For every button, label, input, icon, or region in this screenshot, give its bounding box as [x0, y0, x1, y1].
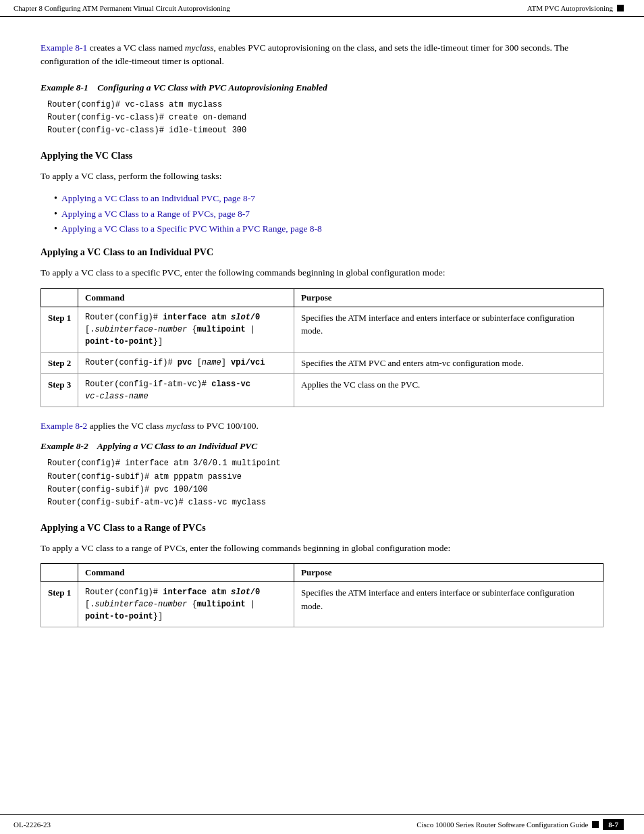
bullet-3: Applying a VC Class to a Specific PVC Wi…	[54, 221, 603, 236]
section-individual-pvc: Applying a VC Class to an Individual PVC	[41, 247, 603, 258]
table2-col1-header: Command	[78, 564, 294, 582]
header-right-text: ATM PVC Autoprovisioning	[527, 4, 613, 12]
page: Chapter 8 Configuring ATM Permanent Virt…	[0, 0, 644, 834]
ex2-code-line-1: Router(config)# interface atm 3/0/0.1 mu…	[47, 457, 603, 470]
step1-purpose: Specifies the ATM interface and enters i…	[294, 307, 603, 352]
table2-col2-header: Purpose	[294, 564, 603, 582]
header-decoration	[617, 5, 624, 11]
page-header: Chapter 8 Configuring ATM Permanent Virt…	[0, 0, 644, 17]
bullet-1: Applying a VC Class to an Individual PVC…	[54, 191, 603, 206]
section-range-pvcs: Applying a VC Class to a Range of PVCs	[41, 523, 603, 533]
table1-col1-header: Command	[78, 288, 294, 307]
individual-pvc-table: Command Purpose Step 1 Router(config)# i…	[41, 288, 603, 408]
code-line-2: Router(config-vc-class)# create on-deman…	[47, 111, 603, 124]
range-pvcs-intro: To apply a VC class to a range of PVCs, …	[41, 542, 603, 555]
example2-intro: Example 8-2 applies the VC class myclass…	[41, 419, 603, 433]
range-step1-command: Router(config)# interface atm slot/0 [.s…	[78, 582, 294, 627]
step2-command: Router(config-if)# pvc [name] vpi/vci	[78, 352, 294, 374]
header-left: Chapter 8 Configuring ATM Permanent Virt…	[14, 4, 230, 12]
table-row: Step 2 Router(config-if)# pvc [name] vpi…	[41, 352, 603, 374]
bullet-link-3[interactable]: Applying a VC Class to a Specific PVC Wi…	[61, 221, 322, 236]
footer-right: Cisco 10000 Series Router Software Confi…	[417, 819, 624, 830]
step3-purpose: Applies the VC class on the PVC.	[294, 374, 603, 407]
applying-intro: To apply a VC class, perform the followi…	[41, 170, 603, 183]
main-content: Example 8-1 creates a VC class named myc…	[0, 17, 644, 694]
bullet-link-1[interactable]: Applying a VC Class to an Individual PVC…	[61, 191, 255, 206]
step2-label: Step 2	[41, 352, 78, 374]
page-footer: OL-2226-23 Cisco 10000 Series Router Sof…	[0, 814, 644, 834]
page-number: 8-7	[603, 819, 624, 830]
table1-col2-header: Purpose	[294, 288, 603, 307]
header-right: ATM PVC Autoprovisioning	[527, 4, 624, 12]
ex2-code-line-3: Router(config-subif)# pvc 100/100	[47, 484, 603, 496]
example2-myclass: myclass	[166, 421, 195, 431]
example2-label: Example 8-2 Applying a VC Class to an In…	[41, 441, 603, 452]
code-line-1: Router(config)# vc-class atm myclass	[47, 99, 603, 111]
ex2-code-line-4: Router(config-subif-atm-vc)# class-vc my…	[47, 496, 603, 509]
bullet-link-2[interactable]: Applying a VC Class to a Range of PVCs, …	[61, 207, 250, 221]
intro-paragraph: Example 8-1 creates a VC class named myc…	[41, 41, 603, 69]
table2-col0-header	[41, 564, 78, 582]
example1-label: Example 8-1 Configuring a VC Class with …	[41, 82, 603, 93]
section-applying-heading: Applying the VC Class	[41, 151, 132, 161]
step1-command: Router(config)# interface atm slot/0 [.s…	[78, 307, 294, 352]
section-applying-vc-class: Applying the VC Class	[41, 151, 603, 161]
example1-code: Router(config)# vc-class atm myclass Rou…	[41, 99, 603, 138]
table-row: Step 1 Router(config)# interface atm slo…	[41, 307, 603, 352]
bullet-2: Applying a VC Class to a Range of PVCs, …	[54, 207, 603, 221]
table-row: Step 1 Router(config)# interface atm slo…	[41, 582, 603, 627]
example2-link[interactable]: Example 8-2	[41, 421, 87, 431]
intro-text1: creates a VC class named	[87, 43, 184, 53]
step3-command: Router(config-if-atm-vc)# class-vc vc-cl…	[78, 374, 294, 407]
applying-bullets: Applying a VC Class to an Individual PVC…	[54, 191, 603, 236]
range-step1-label: Step 1	[41, 582, 78, 627]
step1-label: Step 1	[41, 307, 78, 352]
intro-myclass: myclass	[185, 43, 214, 53]
footer-decoration	[592, 821, 599, 828]
code-line-3: Router(config-vc-class)# idle-timeout 30…	[47, 124, 603, 137]
range-pvcs-heading: Applying a VC Class to a Range of PVCs	[41, 523, 206, 533]
individual-pvc-intro: To apply a VC class to a specific PVC, e…	[41, 266, 603, 280]
table1-col0-header	[41, 288, 78, 307]
step3-label: Step 3	[41, 374, 78, 407]
example1-link[interactable]: Example 8-1	[41, 43, 87, 53]
range-step1-purpose: Specifies the ATM interface and enters i…	[294, 582, 603, 627]
example1-label-text: Example 8-1 Configuring a VC Class with …	[41, 82, 327, 93]
individual-pvc-heading: Applying a VC Class to an Individual PVC	[41, 247, 213, 257]
example2-label-text: Example 8-2 Applying a VC Class to an In…	[41, 441, 257, 451]
table-row: Step 3 Router(config-if-atm-vc)# class-v…	[41, 374, 603, 407]
step2-purpose: Specifies the ATM PVC and enters atm-vc …	[294, 352, 603, 374]
example2-code: Router(config)# interface atm 3/0/0.1 mu…	[41, 457, 603, 509]
range-pvcs-table: Command Purpose Step 1 Router(config)# i…	[41, 563, 603, 627]
ex2-code-line-2: Router(config-subif)# atm pppatm passive	[47, 471, 603, 484]
footer-left: OL-2226-23	[14, 820, 51, 829]
footer-center-text: Cisco 10000 Series Router Software Confi…	[417, 820, 588, 829]
